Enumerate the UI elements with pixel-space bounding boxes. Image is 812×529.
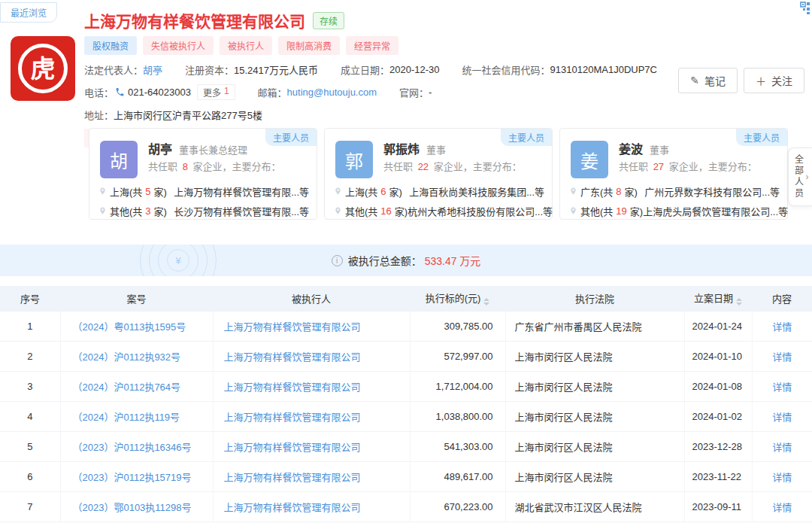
location-pin-icon [334,187,342,196]
case-number-link[interactable]: （2023）沪0112执16346号 [73,442,192,453]
loc-prefix: 广东(共 [580,184,613,199]
filing-date: 2023-09-11 [684,491,752,521]
follow-button[interactable]: ＋ 关注 [744,68,804,93]
row-index: 6 [0,461,60,491]
detail-link[interactable]: 详情 [772,321,792,333]
loc-count: 5 [145,186,150,197]
tag-executee[interactable]: 被执行人 [220,36,272,55]
row-index: 1 [0,311,60,341]
tag-equity-financing[interactable]: 股权融资 [84,36,137,55]
person-name[interactable]: 姜波 [619,139,643,157]
related-company-link[interactable]: 上海虎头局餐饮管理有限公司...等 [643,204,788,218]
yen-icon: ¥ [175,255,180,266]
address-label: 地址： [84,108,114,122]
note-button[interactable]: ✎ 笔记 [678,68,738,93]
basic-info-row: 法定代表人： 胡亭 注册资本： 15.2417万元人民币 成立日期： 2020-… [84,62,699,77]
case-number-link[interactable]: （2023）鄂0103执11298号 [73,502,192,513]
loc-count: 16 [380,205,391,217]
phone-more-button[interactable]: 更多 1 [197,84,235,100]
address-value: 上海市闵行区沪青平公路277号5楼 [114,108,262,122]
case-number-link[interactable]: （2023）沪0112执15719号 [73,472,192,483]
location-label: 其他(共19家) [569,204,643,218]
email-link[interactable]: huting@hutouju.com [287,87,377,98]
legal-rep-link[interactable]: 胡亭 [143,62,162,77]
phone-value: 021-64023003 [128,87,191,98]
table-row: 7 （2023）鄂0103执11298号 上海万物有样餐饮管理有限公司 670,… [0,491,812,521]
related-company-link[interactable]: 上海万物有样餐饮管理有限...等 [174,184,309,199]
tag-operation-abnormal[interactable]: 经营异常 [346,36,398,55]
detail-link[interactable]: 详情 [772,351,792,363]
filing-date: 2024-01-02 [684,401,752,431]
loc-prefix: 其他(共 [345,204,377,218]
jobs-count: 22 [418,161,429,172]
tag-consumption-restriction[interactable]: 限制高消费 [278,36,340,55]
col-header-date[interactable]: 立案日期 [684,286,752,311]
executed-person-link[interactable]: 上海万物有样餐饮管理有限公司 [224,442,361,453]
case-number-link[interactable]: （2024）沪0112执119号 [73,412,180,423]
loc-count: 19 [616,205,626,217]
phone-icon [115,87,125,97]
person-card-huting: 主要人员 胡 胡亭 董事长兼总经理 共任职 8 家企业，主要分布： 上海(共5家… [89,128,317,220]
executed-person-link[interactable]: 上海万物有样餐饮管理有限公司 [224,351,361,363]
execution-court: 上海市闵行区人民法院 [505,371,684,401]
all-members-tab[interactable]: 全部人员 › [788,147,812,206]
case-number-link[interactable]: （2024）沪0112执932号 [73,351,181,363]
col-header-person: 被执行人 [213,286,410,311]
person-name[interactable]: 郭振炜 [383,139,420,157]
person-name[interactable]: 胡亭 [148,139,172,157]
reg-capital-value: 15.2417万元人民币 [234,62,318,77]
loc-suffix: 家) [389,184,402,199]
location-label: 其他(共16家) [334,204,408,218]
related-company-link[interactable]: 广州元界数字科技有限公司...等 [644,184,780,199]
person-head: 郭振炜 董事 [383,139,544,157]
execution-court: 广东省广州市番禺区人民法院 [505,311,684,341]
tag-dishonest-executee[interactable]: 失信被执行人 [143,36,214,55]
detail-link[interactable]: 详情 [772,502,792,513]
case-number-link[interactable]: （2024）粤0113执1595号 [73,321,186,333]
loc-prefix: 其他(共 [580,204,613,218]
distribution-line: 上海(共5家) 上海万物有样餐饮管理有限...等 [98,181,309,201]
execution-total-value: 533.47 万元 [425,253,481,268]
executed-person-link[interactable]: 上海万物有样餐饮管理有限公司 [224,472,361,483]
executed-person-link[interactable]: 上海万物有样餐饮管理有限公司 [224,502,361,513]
avatar[interactable]: 胡 [100,141,138,178]
execution-amount: 572,997.00 [410,341,505,371]
related-company-link[interactable]: 杭州大希地科技股份有限公司...等 [408,204,553,218]
detail-link[interactable]: 详情 [772,442,792,453]
key-personnel-row: 主要人员 胡 胡亭 董事长兼总经理 共任职 8 家企业，主要分布： 上海(共5家… [89,128,788,220]
col-header-case: 案号 [60,286,213,311]
loc-suffix: 家) [630,204,643,218]
sort-amount-icon[interactable] [483,298,489,306]
execution-total-label: 被执行总金额： [348,253,422,268]
filing-date: 2024-01-08 [684,371,752,401]
qr-code-corner-icon[interactable] [794,2,810,18]
avatar[interactable]: 郭 [335,141,373,178]
related-company-link[interactable]: 上海百秋尚美科技服务集团...等 [409,184,544,199]
est-date-label: 成立日期： [341,62,389,77]
sort-date-icon[interactable] [736,298,742,306]
table-row: 6 （2023）沪0112执15719号 上海万物有样餐饮管理有限公司 489,… [0,461,812,491]
col-header-amount[interactable]: 执行标的(元) [410,286,505,311]
person-jobs-line: 共任职 22 家企业，主要分布： [383,159,544,173]
detail-link[interactable]: 详情 [772,472,792,483]
related-company-link[interactable]: 长沙万物有样餐饮管理有限...等 [174,204,309,218]
executed-cases-table: 序号 案号 被执行人 执行标的(元) 执行法院 立案日期 内容 1 （2024）… [0,286,812,522]
case-number-link[interactable]: （2024）沪0112执764号 [73,382,181,393]
executed-person-link[interactable]: 上海万物有样餐饮管理有限公司 [224,321,361,333]
detail-link[interactable]: 详情 [772,382,792,393]
execution-court: 湖北省武汉市江汉区人民法院 [505,491,684,521]
distribution-line: 广东(共8家) 广州元界数字科技有限公司...等 [569,181,780,201]
yen-ripple-decoration: ¥ [144,245,212,276]
table-row: 4 （2024）沪0112执119号 上海万物有样餐饮管理有限公司 1,038,… [0,401,812,431]
est-date-value: 2020-12-30 [389,64,440,75]
avatar[interactable]: 姜 [571,141,608,178]
executed-person-link[interactable]: 上海万物有样餐饮管理有限公司 [224,382,361,393]
executed-person-link[interactable]: 上海万物有样餐饮管理有限公司 [224,412,361,423]
detail-link[interactable]: 详情 [772,412,792,423]
location-pin-icon [98,187,107,196]
address-group: 地址： 上海市闵行区沪青平公路277号5楼 [84,108,262,122]
recent-browse-tab[interactable]: 最近浏览 [0,2,57,23]
loc-suffix: 家) [625,184,638,199]
more-label: 更多 [203,86,221,99]
info-icon: i [332,255,343,266]
